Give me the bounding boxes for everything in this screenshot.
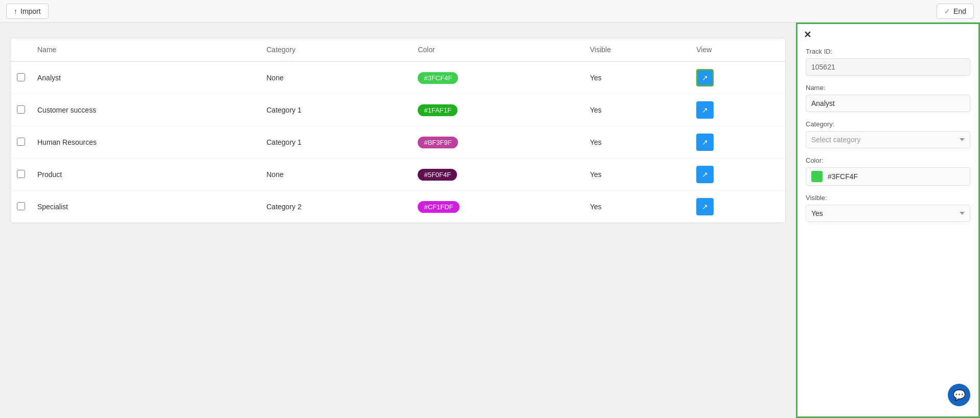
col-visible: Visible (584, 38, 690, 61)
col-category: Category (260, 38, 412, 61)
color-group: Color: #3FCF4F (806, 157, 970, 186)
view-button[interactable]: ↗ (696, 69, 714, 86)
name-input[interactable] (806, 95, 970, 112)
color-hex-value: #3FCF4F (828, 172, 858, 181)
row-visible: Yes (584, 61, 690, 94)
track-id-group: Track ID: (806, 48, 970, 76)
main-content: Name Category Color Visible View Analyst… (0, 23, 980, 418)
col-view: View (690, 38, 785, 61)
row-visible: Yes (584, 191, 690, 223)
end-label: End (953, 7, 966, 15)
import-label: Import (20, 7, 41, 15)
col-name: Name (31, 38, 260, 61)
row-visible: Yes (584, 126, 690, 159)
row-checkbox-cell (11, 94, 31, 126)
row-category: Category 1 (260, 94, 412, 126)
row-view-cell: ↗ (690, 126, 785, 159)
external-link-icon: ↗ (702, 74, 708, 82)
row-category: None (260, 159, 412, 191)
table-container: Name Category Color Visible View Analyst… (10, 38, 786, 223)
visible-group: Visible: Yes No (806, 194, 970, 222)
name-label: Name: (806, 84, 970, 92)
row-category: Category 1 (260, 126, 412, 159)
end-button[interactable]: End (937, 4, 974, 19)
row-checkbox-cell (11, 159, 31, 191)
view-button[interactable]: ↗ (696, 101, 714, 119)
col-color: Color (412, 38, 584, 61)
row-checkbox[interactable] (17, 202, 25, 210)
detail-panel: ✕ Track ID: Name: Category: Select categ… (796, 23, 980, 418)
name-group: Name: (806, 84, 970, 112)
close-button[interactable]: ✕ (804, 30, 811, 39)
row-checkbox[interactable] (17, 73, 25, 81)
view-button[interactable]: ↗ (696, 134, 714, 151)
external-link-icon: ↗ (702, 203, 708, 211)
col-checkbox (11, 38, 31, 61)
row-color: #BF3F9F (412, 126, 584, 159)
table-header-row: Name Category Color Visible View (11, 38, 785, 61)
row-name: Human Resources (31, 126, 260, 159)
external-link-icon: ↗ (702, 106, 708, 114)
category-label: Category: (806, 120, 970, 128)
table-row: Human ResourcesCategory 1#BF3F9FYes↗ (11, 126, 785, 159)
chat-button[interactable]: 💬 (948, 384, 970, 406)
color-row[interactable]: #3FCF4F (806, 167, 970, 186)
row-color: #5F0F4F (412, 159, 584, 191)
visible-label: Visible: (806, 194, 970, 202)
row-visible: Yes (584, 94, 690, 126)
table-row: AnalystNone#3FCF4FYes↗ (11, 61, 785, 94)
check-icon (944, 7, 950, 15)
top-bar: Import End (0, 0, 980, 23)
row-checkbox[interactable] (17, 170, 25, 178)
external-link-icon: ↗ (702, 170, 708, 179)
color-badge: #CF1FDF (418, 201, 459, 213)
row-checkbox-cell (11, 191, 31, 223)
import-button[interactable]: Import (6, 4, 49, 19)
upload-icon (14, 7, 17, 15)
tracks-table: Name Category Color Visible View Analyst… (11, 38, 785, 223)
row-view-cell: ↗ (690, 191, 785, 223)
row-visible: Yes (584, 159, 690, 191)
left-panel: Name Category Color Visible View Analyst… (0, 23, 796, 418)
row-checkbox-cell (11, 126, 31, 159)
chat-icon: 💬 (953, 389, 966, 401)
color-badge: #BF3F9F (418, 137, 458, 148)
row-checkbox[interactable] (17, 105, 25, 114)
row-category: None (260, 61, 412, 94)
table-row: SpecialistCategory 2#CF1FDFYes↗ (11, 191, 785, 223)
track-id-label: Track ID: (806, 48, 970, 55)
row-view-cell: ↗ (690, 61, 785, 94)
row-name: Specialist (31, 191, 260, 223)
visible-select[interactable]: Yes No (806, 205, 970, 222)
row-checkbox[interactable] (17, 138, 25, 146)
row-color: #1FAF1F (412, 94, 584, 126)
row-color: #3FCF4F (412, 61, 584, 94)
row-color: #CF1FDF (412, 191, 584, 223)
track-id-input[interactable] (806, 58, 970, 76)
row-view-cell: ↗ (690, 94, 785, 126)
panel-form: Track ID: Name: Category: Select categor… (806, 48, 970, 230)
external-link-icon: ↗ (702, 138, 708, 146)
row-name: Customer success (31, 94, 260, 126)
row-view-cell: ↗ (690, 159, 785, 191)
category-select[interactable]: Select category Category 1 Category 2 (806, 131, 970, 148)
category-group: Category: Select category Category 1 Cat… (806, 120, 970, 148)
color-badge: #1FAF1F (418, 104, 457, 116)
row-name: Analyst (31, 61, 260, 94)
table-row: Customer successCategory 1#1FAF1FYes↗ (11, 94, 785, 126)
view-button[interactable]: ↗ (696, 198, 714, 215)
color-badge: #5F0F4F (418, 169, 457, 181)
color-label: Color: (806, 157, 970, 164)
row-name: Product (31, 159, 260, 191)
row-category: Category 2 (260, 191, 412, 223)
table-row: ProductNone#5F0F4FYes↗ (11, 159, 785, 191)
color-badge: #3FCF4F (418, 72, 458, 84)
color-swatch (811, 171, 823, 182)
row-checkbox-cell (11, 61, 31, 94)
view-button[interactable]: ↗ (696, 166, 714, 183)
